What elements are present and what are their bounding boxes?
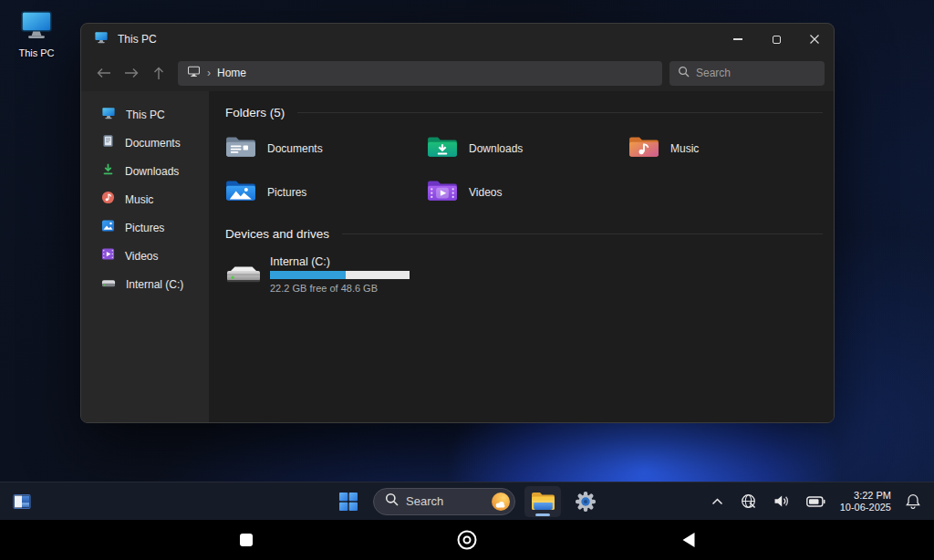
forward-button[interactable] — [118, 60, 145, 86]
folder-tile-label: Music — [670, 142, 699, 155]
android-back-button[interactable] — [682, 533, 694, 547]
sidebar-item-pictures[interactable]: Pictures — [85, 213, 205, 242]
breadcrumb-home[interactable]: Home — [217, 67, 246, 79]
window-body: This PC Documents Downloads — [81, 91, 834, 422]
devices-section-header: Devices and drives — [225, 227, 823, 241]
maximize-button[interactable] — [757, 24, 795, 55]
running-app-indicator — [535, 513, 550, 516]
drive-usage-bar — [270, 271, 410, 279]
sidebar-item-this-pc[interactable]: This PC — [85, 100, 205, 129]
music-icon — [101, 191, 115, 208]
android-navigation-bar — [0, 520, 934, 560]
folder-tile-label: Documents — [267, 142, 323, 155]
system-tray: 3:22 PM 10-06-2025 — [709, 482, 923, 520]
battery-button[interactable] — [804, 493, 828, 510]
downloads-folder-icon — [427, 134, 458, 163]
download-icon — [101, 162, 115, 180]
folder-tile-label: Pictures — [267, 186, 306, 199]
drive-icon — [101, 276, 116, 293]
folder-tile-pictures[interactable]: Pictures — [225, 178, 427, 207]
sidebar-item-documents[interactable]: Documents — [85, 129, 205, 157]
desktop-icon-label: This PC — [18, 47, 54, 58]
section-divider — [297, 112, 823, 113]
sidebar-label: Internal (C:) — [126, 278, 183, 291]
file-explorer-taskbar-button[interactable] — [524, 486, 561, 517]
volume-button[interactable] — [771, 492, 792, 511]
sidebar-label: This PC — [126, 109, 165, 121]
sidebar-label: Documents — [125, 137, 181, 150]
folder-tile-music[interactable]: Music — [628, 134, 830, 163]
back-button[interactable] — [90, 60, 118, 86]
taskbar-clock[interactable]: 3:22 PM 10-06-2025 — [840, 490, 891, 513]
show-desktop-button[interactable] — [11, 491, 33, 513]
breadcrumb-monitor-icon — [187, 65, 201, 81]
folder-tile-label: Videos — [469, 186, 502, 199]
network-globe-icon — [741, 493, 756, 509]
settings-taskbar-button[interactable] — [570, 486, 601, 517]
sidebar-label: Videos — [125, 250, 158, 263]
hidden-icons-button[interactable] — [709, 495, 726, 508]
home-circle-icon — [458, 531, 477, 550]
folder-tile-documents[interactable]: Documents — [225, 134, 427, 163]
content-pane: Folders (5) Documents Downloa — [209, 91, 834, 422]
close-button[interactable] — [795, 24, 834, 55]
maximize-icon — [773, 36, 781, 44]
sidebar-item-videos[interactable]: Videos — [85, 242, 205, 270]
folder-tile-downloads[interactable]: Downloads — [427, 134, 628, 163]
taskbar-search-box[interactable] — [373, 488, 515, 515]
sidebar-label: Music — [125, 193, 153, 206]
clock-time: 3:22 PM — [840, 490, 891, 502]
battery-icon — [806, 496, 825, 507]
window-search-input[interactable] — [696, 67, 816, 79]
sidebar-item-internal-c[interactable]: Internal (C:) — [85, 270, 205, 298]
show-desktop-icon — [13, 493, 31, 511]
folders-grid: Documents Downloads Music — [225, 134, 823, 207]
navigation-bar: › Home — [81, 55, 834, 91]
window-titlebar[interactable]: This PC — [81, 24, 834, 55]
minimize-button[interactable] — [719, 24, 757, 55]
notifications-button[interactable] — [903, 491, 923, 512]
drive-name: Internal (C:) — [270, 255, 410, 268]
android-home-button[interactable] — [458, 531, 477, 550]
search-icon — [678, 65, 690, 81]
folder-tile-videos[interactable]: Videos — [427, 178, 628, 207]
back-triangle-icon — [682, 533, 694, 547]
documents-folder-icon — [225, 134, 256, 163]
folders-section-title: Folders (5) — [225, 106, 285, 119]
bing-daily-icon[interactable] — [491, 492, 511, 512]
taskbar: 3:22 PM 10-06-2025 — [0, 482, 934, 520]
sidebar-item-music[interactable]: Music — [85, 185, 205, 213]
up-button[interactable] — [145, 60, 172, 86]
search-icon — [385, 493, 399, 510]
sidebar-label: Downloads — [125, 165, 179, 178]
file-explorer-icon — [531, 491, 555, 512]
pictures-folder-icon — [225, 178, 256, 207]
pictures-icon — [101, 219, 115, 236]
hard-drive-icon — [225, 263, 262, 292]
drive-tile-internal-c[interactable]: Internal (C:) 22.2 GB free of 48.6 GB — [225, 255, 823, 294]
network-button[interactable] — [738, 491, 759, 512]
section-divider — [342, 233, 823, 234]
window-search-box[interactable] — [669, 61, 825, 86]
volume-icon — [773, 494, 789, 508]
close-icon — [809, 34, 820, 45]
sidebar-item-downloads[interactable]: Downloads — [85, 157, 205, 185]
taskbar-center — [333, 482, 601, 520]
recents-square-icon — [240, 534, 253, 546]
android-recents-button[interactable] — [240, 534, 253, 546]
clock-date: 10-06-2025 — [840, 502, 891, 513]
window-title: This PC — [118, 33, 157, 46]
settings-gear-icon — [575, 491, 597, 513]
start-button[interactable] — [333, 486, 364, 517]
address-bar[interactable]: › Home — [178, 61, 662, 86]
drive-capacity-text: 22.2 GB free of 48.6 GB — [270, 283, 410, 294]
videos-icon — [101, 247, 115, 264]
devices-section-title: Devices and drives — [225, 227, 329, 241]
videos-folder-icon — [427, 178, 458, 207]
notifications-bell-icon — [906, 493, 920, 509]
minimize-icon — [733, 38, 742, 39]
file-explorer-window: This PC — [80, 23, 835, 423]
breadcrumb-separator: › — [207, 67, 211, 79]
desktop-icon-this-pc[interactable]: This PC — [9, 9, 64, 58]
taskbar-search-input[interactable] — [406, 494, 483, 508]
